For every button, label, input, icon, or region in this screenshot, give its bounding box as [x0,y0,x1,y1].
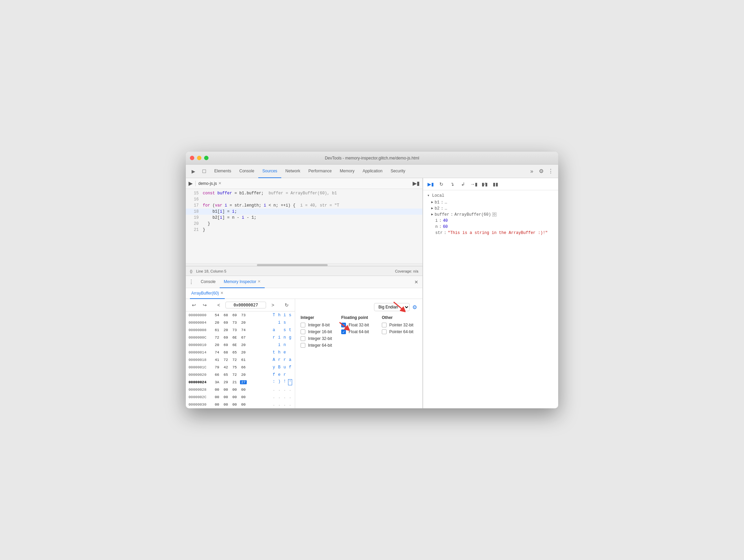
scope-item-b1: ▶ b1 : … [431,199,554,206]
next-address-button[interactable]: > [269,301,277,309]
scope-items: ▶ b1 : … ▶ b2 : … ▶ buffer : [427,199,554,236]
tab-performance[interactable]: Performance [304,165,336,178]
integer-header: Integer [301,315,336,320]
type-item-ptr64: Pointer 64-bit [382,329,417,334]
memory-inspector-tab-close[interactable]: ✕ [258,279,261,284]
type-settings-gear[interactable]: ⚙ [412,304,417,310]
resume-button[interactable]: ▶▮ [426,179,435,189]
arraybuffer-tab-close[interactable]: ✕ [220,291,223,295]
step-button[interactable]: →▮ [469,179,479,189]
memory-icon[interactable]: ◘ [492,212,496,217]
sources-run-icon[interactable]: ▶ [189,180,193,187]
tab-sources[interactable]: Sources [258,165,281,178]
hex-rows: 00000000 54686973 This 00000004 [186,311,295,408]
hex-row-c: 0000000C 72696E67 ring [189,334,292,341]
minimize-button[interactable] [197,156,201,160]
pause-on-exception-button[interactable]: ▮▮ [491,179,500,189]
code-line-18: 18 b1[i] = i; [186,209,422,215]
scope-item-i: i : 40 [431,218,554,224]
float-col: Floating point [341,315,376,350]
panel-tabs-bar: ⋮ Console Memory Inspector ✕ ✕ [186,276,422,288]
int8-checkbox[interactable] [301,323,305,327]
int16-checkbox[interactable] [301,329,305,334]
status-bar: {} Line 18, Column 5 Coverage: n/a [186,266,422,276]
close-button[interactable] [190,156,194,160]
file-tab-close[interactable]: ✕ [218,181,221,186]
hex-row-4: 00000004 20697320 is [189,319,292,326]
tab-console[interactable]: Console [235,165,258,178]
hex-row-28: 00000028 00000000 .... [189,386,292,393]
float64-label: Float 64-bit [349,329,369,334]
settings-button[interactable]: ⚙ [537,167,546,176]
scope-item-b2: ▶ b2 : … [431,206,554,212]
ptr64-label: Pointer 64-bit [389,329,413,334]
divider [195,181,196,186]
hex-row-14: 00000014 74686520 the [189,349,292,356]
tab-memory[interactable]: Memory [336,165,358,178]
debugger-panel: ▶▮ ↻ ↴ ↲ →▮ ▮∕▮ ▮▮ ▾ Local ▶ b1 : … [423,178,558,408]
deactivate-breakpoints-button[interactable]: ▮∕▮ [480,179,489,189]
ptr32-checkbox[interactable] [382,323,387,327]
tab-application[interactable]: Application [358,165,387,178]
cursor-icon[interactable]: ▶ [189,167,198,176]
ptr64-checkbox[interactable] [382,329,387,334]
bottom-panel: ⋮ Console Memory Inspector ✕ ✕ ArrayBuff… [186,276,422,408]
device-icon[interactable]: ☐ [199,167,209,176]
code-lines: 15 const buffer = b1.buffer; buffer = Ar… [186,190,422,233]
scrollbar-thumb[interactable] [257,264,328,266]
window-controls [190,156,209,160]
scope-item-buffer: ▶ buffer : ArrayBuffer(60) ◘ [431,212,554,218]
nav-bar: ↩ ↪ < > ↻ [186,299,295,311]
devtools-window: DevTools - memory-inspector.glitch.me/de… [186,152,558,408]
refresh-button[interactable]: ↻ [283,301,291,309]
tab-security[interactable]: Security [387,165,409,178]
horizontal-scrollbar[interactable] [186,263,422,266]
debugger-toolbar: ▶▮ ↻ ↴ ↲ →▮ ▮∕▮ ▮▮ [423,178,558,190]
hex-row-30: 00000030 00000000 .... [189,401,292,408]
left-panel: ▶ demo-js.js ✕ ▶▮ 15 const buffer = b1.b… [186,178,423,408]
file-tab[interactable]: demo-js.js ✕ [198,181,221,186]
panel-tab-memory-inspector[interactable]: Memory Inspector ✕ [220,276,265,288]
coverage-status: Coverage: n/a [395,269,418,273]
type-item-int64: Integer 64-bit [301,343,336,348]
undo-button[interactable]: ↩ [190,301,198,309]
tab-network[interactable]: Network [281,165,304,178]
type-item-int8: Integer 8-bit [301,323,336,327]
float-header: Floating point [341,315,376,320]
scope-item-str: str : "This is a string in the ArrayBuff… [431,230,554,236]
maximize-button[interactable] [204,156,209,160]
int32-checkbox[interactable] [301,336,305,341]
hex-row-18: 00000018 41727261 Arra [189,356,292,364]
int16-label: Integer 16-bit [308,329,332,334]
customize-button[interactable]: ⋮ [546,167,555,176]
code-line-19: 19 b2[i] = n - i - 1; [186,215,422,221]
int64-checkbox[interactable] [301,343,305,348]
file-tab-label: demo-js.js [198,181,217,186]
hex-row-24: 00000024 3A292127 :)!' [189,379,292,386]
step-over-button[interactable]: ↻ [437,179,446,189]
hex-row-8: 00000008 61207374 a st [189,326,292,334]
panel-tab-console[interactable]: Console [197,276,220,288]
address-input[interactable] [225,302,266,308]
step-into-button[interactable]: ↴ [447,179,457,189]
other-header: Other [382,315,417,320]
scope-section: ▾ Local ▶ b1 : … ▶ b2 : … ▶ [423,190,558,239]
tab-elements[interactable]: Elements [210,165,235,178]
arraybuffer-tab[interactable]: ArrayBuffer(60) ✕ [190,288,225,299]
step-out-button[interactable]: ↲ [458,179,468,189]
int64-label: Integer 64-bit [308,343,332,348]
code-line-15: 15 const buffer = b1.buffer; buffer = Ar… [186,190,422,196]
panel-more-icon[interactable]: ⋮ [189,279,194,285]
status-left: {} Line 18, Column 5 [190,269,226,273]
hex-row-0: 00000000 54686973 This [189,311,292,319]
redo-button[interactable]: ↪ [201,301,209,309]
prev-address-button[interactable]: < [215,301,223,309]
type-item-ptr32: Pointer 32-bit [382,323,417,327]
close-panel-button[interactable]: ✕ [413,278,420,286]
sources-format-icon[interactable]: ▶▮ [413,180,420,187]
more-tabs-button[interactable]: » [527,167,537,176]
code-line-20: 20 } [186,221,422,227]
code-editor: 15 const buffer = b1.buffer; buffer = Ar… [186,189,422,263]
type-item-int16: Integer 16-bit [301,329,336,334]
scope-item-n: n : 60 [431,224,554,230]
